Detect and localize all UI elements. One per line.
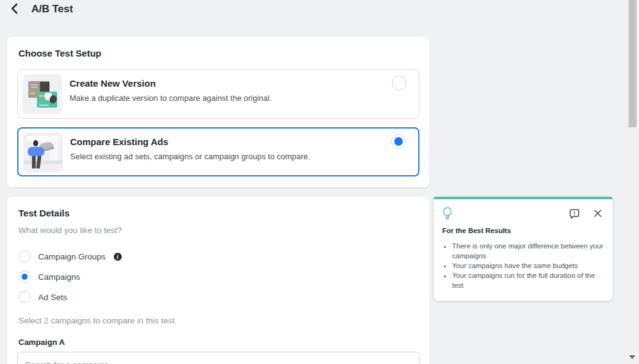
test-question: What would you like to test? (18, 226, 122, 235)
compare-existing-ads-illustration (23, 133, 63, 172)
radio-ad-sets[interactable]: Ad Sets (18, 290, 67, 304)
choose-test-setup-title: Choose Test Setup (18, 48, 101, 58)
radio-circle[interactable] (18, 250, 31, 263)
page-title: A/B Test (31, 3, 73, 15)
test-details-title: Test Details (18, 208, 69, 218)
test-details-card: Test Details What would you like to test… (7, 197, 429, 364)
scrollbar-thumb[interactable] (629, 0, 637, 127)
radio-campaign-groups[interactable]: Campaign Groups i (18, 250, 122, 263)
option-description: Select existing ad sets, campaigns or ca… (70, 152, 310, 161)
scroll-down-arrow-icon[interactable] (629, 355, 636, 360)
campaign-a-label: Campaign A (18, 338, 65, 347)
back-button[interactable] (7, 2, 22, 17)
radio-label: Ad Sets (38, 293, 67, 302)
tip-item: Your campaigns have the same budgets (452, 261, 608, 271)
best-results-tips-card: For the Best Results There is only one m… (434, 197, 613, 301)
duplicate-version-illustration (23, 74, 62, 114)
info-icon[interactable]: i (114, 253, 122, 261)
radio-campaigns[interactable]: Campaigns (18, 270, 80, 283)
campaign-a-search-input[interactable] (17, 352, 419, 364)
create-new-version-radio[interactable] (392, 76, 407, 90)
option-create-new-version[interactable]: Create New Version Make a duplicate vers… (17, 69, 419, 119)
feedback-icon[interactable] (568, 208, 581, 220)
close-icon[interactable] (592, 208, 603, 219)
option-title: Create New Version (69, 78, 156, 89)
option-compare-existing-ads[interactable]: Compare Existing Ads Select existing ad … (17, 127, 419, 176)
tips-title: For the Best Results (442, 227, 511, 234)
radio-label: Campaigns (38, 272, 80, 282)
tip-item: Your campaigns run for the full duration… (452, 271, 608, 290)
page-header: A/B Test (0, 0, 73, 18)
option-title: Compare Existing Ads (70, 136, 168, 147)
tip-item: There is only one major difference betwe… (452, 241, 608, 261)
choose-test-setup-card: Choose Test Setup Create New Version Mak… (7, 37, 429, 188)
radio-label: Campaign Groups (38, 252, 106, 261)
lightbulb-icon (442, 207, 453, 223)
radio-circle[interactable] (18, 291, 31, 303)
compare-existing-ads-radio[interactable] (391, 134, 406, 149)
chevron-left-icon (9, 2, 21, 17)
select-campaigns-instruction: Select 2 campaigns to compare in this te… (18, 316, 177, 325)
tips-accent-bar (434, 197, 613, 199)
tips-list: There is only one major difference betwe… (443, 241, 608, 290)
radio-circle[interactable] (18, 271, 31, 283)
option-description: Make a duplicate version to compare agai… (69, 93, 272, 103)
